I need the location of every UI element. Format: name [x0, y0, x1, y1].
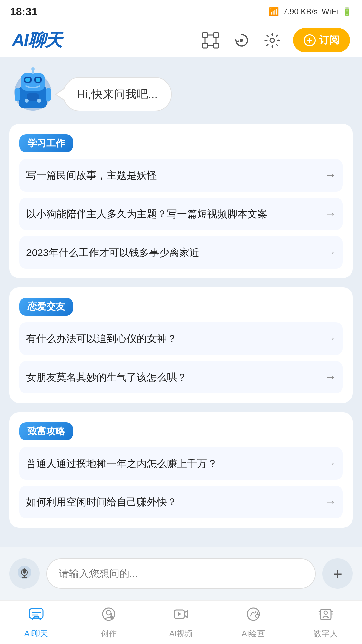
svg-point-24 [25, 99, 29, 103]
section-tag-romance: 恋爱交友 [19, 298, 73, 316]
add-button[interactable]: + [322, 558, 353, 589]
svg-rect-3 [214, 43, 218, 48]
svg-rect-22 [36, 78, 40, 82]
question-text-2: 以小狗能陪伴主人多久为主题？写一篇短视频脚本文案 [26, 206, 325, 221]
svg-marker-12 [264, 39, 266, 41]
nav-label-aichat: AI聊天 [24, 628, 48, 639]
svg-rect-1 [214, 33, 218, 37]
question-text-7: 如何利用空闲时间给自己赚外快？ [26, 494, 325, 509]
question-item-2[interactable]: 以小狗能陪伴主人多久为主题？写一篇短视频脚本文案 → [19, 198, 343, 230]
section-wealth: 致富攻略 普通人通过摆地摊一年之内怎么赚上千万？ → 如何利用空闲时间给自己赚外… [9, 412, 353, 528]
bottom-nav: AI聊天 创作 AI视频 [0, 600, 362, 644]
question-text-6: 普通人通过摆地摊一年之内怎么赚上千万？ [26, 456, 325, 471]
svg-point-30 [23, 568, 26, 574]
logo-ai: AI [12, 30, 28, 50]
svg-rect-26 [15, 88, 20, 101]
nav-item-avatar[interactable]: 数字人 [299, 606, 353, 639]
subscribe-plus-icon: + [304, 34, 316, 46]
svg-point-45 [324, 611, 327, 614]
svg-point-35 [106, 610, 111, 615]
logo-chat: 聊天 [28, 30, 62, 50]
question-text-1: 写一篇民间故事，主题是妖怪 [26, 168, 325, 183]
svg-marker-40 [178, 612, 181, 616]
app-logo: AI聊天 [12, 29, 62, 52]
svg-rect-27 [46, 88, 51, 101]
show-more-text: 查看显示更多内容 [138, 546, 214, 547]
nav-item-aipainting[interactable]: AI绘画 [227, 606, 280, 639]
status-icons: 📶 7.90 KB/s WiFi 🔋 [269, 7, 352, 16]
arrow-icon-1: → [325, 169, 336, 181]
svg-point-8 [240, 39, 243, 42]
nav-label-avatar: 数字人 [314, 628, 338, 639]
svg-marker-13 [278, 39, 280, 41]
section-tag-study: 学习工作 [19, 134, 73, 152]
chat-input[interactable] [46, 558, 316, 589]
wifi-icon: WiFi [322, 7, 338, 16]
question-text-5: 女朋友莫名其妙的生气了该怎么哄？ [26, 370, 325, 385]
question-item-7[interactable]: 如何利用空闲时间给自己赚外快？ → [19, 486, 343, 518]
question-item-3[interactable]: 2023年什么工作才可以钱多事少离家近 → [19, 236, 343, 269]
nav-label-aivideo: AI视频 [169, 628, 193, 639]
arrow-icon-7: → [325, 496, 336, 508]
header-icons: + 订阅 [200, 28, 350, 52]
scan-button[interactable] [200, 30, 221, 50]
subscribe-button[interactable]: + 订阅 [293, 28, 350, 52]
show-more-button[interactable]: 查看显示更多内容 ∨ [9, 537, 353, 547]
plus-icon: + [333, 565, 342, 583]
status-time: 18:31 [10, 6, 38, 18]
nav-icon-aichat [28, 606, 44, 626]
signal-icon: 📶 [269, 7, 279, 16]
question-text-3: 2023年什么工作才可以钱多事少离家近 [26, 245, 325, 260]
arrow-icon-4: → [325, 332, 336, 345]
svg-marker-10 [271, 33, 273, 35]
header: AI聊天 [0, 23, 362, 57]
question-item-5[interactable]: 女朋友莫名其妙的生气了该怎么哄？ → [19, 361, 343, 393]
nav-item-create[interactable]: 创作 [82, 606, 135, 639]
settings-button[interactable] [262, 30, 282, 50]
nav-icon-aipainting [245, 606, 261, 626]
section-study-work: 学习工作 写一篇民间故事，主题是妖怪 → 以小狗能陪伴主人多久为主题？写一篇短视… [9, 124, 353, 278]
svg-point-25 [37, 99, 41, 103]
svg-point-9 [270, 38, 274, 42]
nav-icon-create [101, 606, 117, 626]
greeting-bubble: Hi,快来问我吧... [63, 77, 172, 111]
arrow-icon-6: → [325, 457, 336, 470]
greeting-text: Hi,快来问我吧... [77, 88, 158, 100]
nav-label-create: 创作 [101, 628, 117, 639]
main-content: Hi,快来问我吧... 学习工作 写一篇民间故事，主题是妖怪 → 以小狗能陪伴主… [0, 57, 362, 547]
question-item-6[interactable]: 普通人通过摆地摊一年之内怎么赚上千万？ → [19, 447, 343, 480]
svg-rect-0 [203, 33, 207, 37]
arrow-icon-2: → [325, 208, 336, 220]
nav-item-aichat[interactable]: AI聊天 [9, 606, 63, 639]
nav-icon-aivideo [173, 606, 189, 626]
robot-avatar [9, 67, 56, 114]
question-item-1[interactable]: 写一篇民间故事，主题是妖怪 → [19, 159, 343, 192]
svg-marker-11 [271, 46, 273, 48]
nav-label-aipainting: AI绘画 [242, 628, 265, 639]
svg-rect-21 [25, 78, 30, 82]
refresh-button[interactable] [231, 30, 251, 50]
question-item-4[interactable]: 有什么办法可以追到心仪的女神？ → [19, 322, 343, 355]
arrow-icon-3: → [325, 246, 336, 259]
svg-rect-2 [203, 43, 207, 48]
subscribe-label: 订阅 [319, 33, 339, 47]
battery-icon: 🔋 [342, 7, 352, 16]
nav-icon-avatar [318, 606, 334, 626]
question-text-4: 有什么办法可以追到心仪的女神？ [26, 331, 325, 346]
section-tag-wealth: 致富攻略 [19, 422, 73, 440]
input-area: + [0, 547, 362, 600]
svg-point-18 [31, 67, 35, 71]
voice-button[interactable] [9, 558, 40, 589]
section-romance: 恋爱交友 有什么办法可以追到心仪的女神？ → 女朋友莫名其妙的生气了该怎么哄？ … [9, 287, 353, 403]
greeting-section: Hi,快来问我吧... [9, 67, 353, 114]
svg-point-34 [103, 608, 115, 620]
status-bar: 18:31 📶 7.90 KB/s WiFi 🔋 [0, 0, 362, 23]
network-speed: 7.90 KB/s [283, 7, 318, 16]
nav-item-aivideo[interactable]: AI视频 [154, 606, 208, 639]
arrow-icon-5: → [325, 371, 336, 383]
voice-icon [17, 565, 32, 583]
